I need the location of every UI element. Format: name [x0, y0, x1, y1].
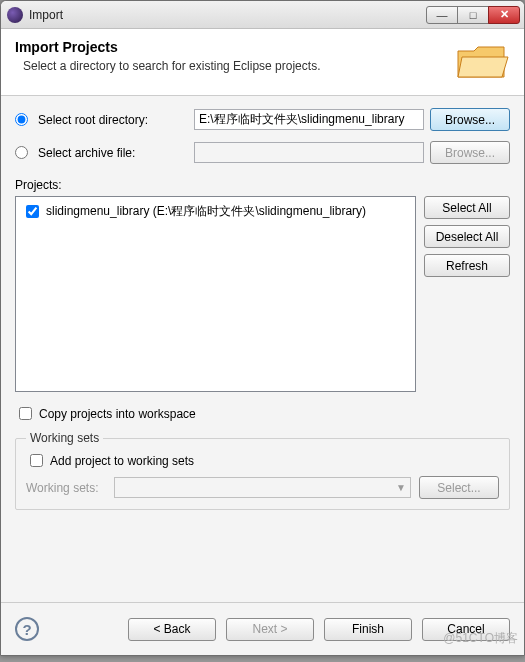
page-title: Import Projects: [15, 39, 454, 55]
list-item[interactable]: slidingmenu_library (E:\程序临时文件夹\slidingm…: [20, 201, 411, 222]
archive-file-radio[interactable]: [15, 146, 28, 159]
copy-projects-checkbox[interactable]: [19, 407, 32, 420]
root-directory-label: Select root directory:: [38, 113, 188, 127]
button-bar: ? < Back Next > Finish Cancel: [1, 603, 524, 655]
help-icon[interactable]: ?: [15, 617, 39, 641]
maximize-button[interactable]: □: [457, 6, 489, 24]
chevron-down-icon: ▼: [396, 482, 406, 493]
deselect-all-button[interactable]: Deselect All: [424, 225, 510, 248]
import-dialog: Import — □ ✕ Import Projects Select a di…: [0, 0, 525, 656]
add-working-sets-checkbox[interactable]: [30, 454, 43, 467]
refresh-button[interactable]: Refresh: [424, 254, 510, 277]
projects-label: Projects:: [15, 178, 510, 192]
working-sets-legend: Working sets: [26, 431, 103, 445]
window-title: Import: [29, 8, 427, 22]
finish-button[interactable]: Finish: [324, 618, 412, 641]
project-checkbox[interactable]: [26, 205, 39, 218]
titlebar[interactable]: Import — □ ✕: [1, 1, 524, 29]
close-button[interactable]: ✕: [488, 6, 520, 24]
cancel-button[interactable]: Cancel: [422, 618, 510, 641]
next-button[interactable]: Next >: [226, 618, 314, 641]
content-area: Select root directory: Browse... Select …: [1, 96, 524, 603]
minimize-button[interactable]: —: [426, 6, 458, 24]
browse-archive-button[interactable]: Browse...: [430, 141, 510, 164]
working-sets-combo[interactable]: ▼: [114, 477, 411, 498]
add-working-sets-label: Add project to working sets: [50, 454, 194, 468]
browse-root-button[interactable]: Browse...: [430, 108, 510, 131]
eclipse-icon: [7, 7, 23, 23]
select-working-sets-button[interactable]: Select...: [419, 476, 499, 499]
root-directory-input[interactable]: [194, 109, 424, 130]
root-directory-radio[interactable]: [15, 113, 28, 126]
page-subtitle: Select a directory to search for existin…: [23, 59, 454, 73]
working-sets-group: Working sets Add project to working sets…: [15, 431, 510, 510]
projects-list[interactable]: slidingmenu_library (E:\程序临时文件夹\slidingm…: [15, 196, 416, 392]
select-all-button[interactable]: Select All: [424, 196, 510, 219]
archive-file-label: Select archive file:: [38, 146, 188, 160]
wizard-header: Import Projects Select a directory to se…: [1, 29, 524, 96]
project-label: slidingmenu_library (E:\程序临时文件夹\slidingm…: [46, 203, 366, 220]
copy-projects-label: Copy projects into workspace: [39, 407, 196, 421]
back-button[interactable]: < Back: [128, 618, 216, 641]
working-sets-combo-label: Working sets:: [26, 481, 106, 495]
archive-file-input[interactable]: [194, 142, 424, 163]
folder-icon: [454, 39, 510, 83]
